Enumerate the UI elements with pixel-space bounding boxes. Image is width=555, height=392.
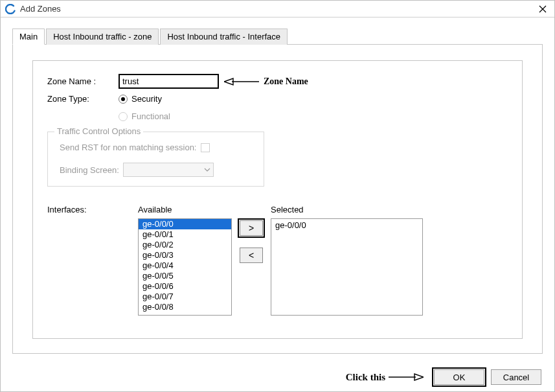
- click-this-annotation: Click this: [346, 372, 385, 383]
- move-right-button[interactable]: >: [240, 220, 263, 236]
- svg-marker-3: [414, 374, 424, 380]
- zone-type-row: Zone Type: Security Functional: [47, 94, 508, 121]
- list-item[interactable]: ge-0/0/7: [139, 292, 231, 302]
- selected-listbox[interactable]: ge-0/0/0: [271, 218, 423, 316]
- app-icon: [5, 3, 16, 15]
- list-item[interactable]: ge-0/0/4: [139, 260, 231, 271]
- list-item[interactable]: ge-0/0/0: [275, 220, 418, 230]
- window-title: Add Zones: [20, 4, 535, 14]
- move-buttons: > <: [232, 220, 271, 275]
- available-header: Available: [138, 205, 232, 214]
- inner-panel: Zone Name : Zone Name Zone Type:: [32, 60, 523, 339]
- list-item[interactable]: ge-0/0/5: [139, 271, 231, 281]
- zone-type-label: Zone Type:: [47, 94, 119, 104]
- tabpage-main: Zone Name : Zone Name Zone Type:: [12, 45, 543, 354]
- titlebar: Add Zones: [1, 1, 554, 17]
- available-column: Available ge-0/0/0ge-0/0/1ge-0/0/2ge-0/0…: [138, 205, 232, 316]
- traffic-control-title: Traffic Control Options: [54, 126, 143, 136]
- zone-name-input[interactable]: [119, 74, 219, 89]
- zone-name-annotation: Zone Name: [264, 76, 308, 87]
- zone-name-row: Zone Name : Zone Name: [47, 74, 508, 89]
- arrow-right-icon: [388, 372, 424, 382]
- interfaces-label: Interfaces:: [47, 205, 138, 214]
- radio-security-label: Security: [131, 94, 162, 104]
- available-listbox[interactable]: ge-0/0/0ge-0/0/1ge-0/0/2ge-0/0/3ge-0/0/4…: [138, 218, 232, 316]
- traffic-control-group: Traffic Control Options Send RST for non…: [47, 132, 264, 187]
- radio-security-wrap[interactable]: Security: [119, 94, 170, 104]
- ok-button[interactable]: OK: [434, 369, 484, 385]
- dialog-window: Add Zones Main Host Inbound traffic - zo…: [0, 0, 555, 392]
- arrow-left-icon: [224, 76, 260, 87]
- radio-security[interactable]: [119, 95, 128, 104]
- zone-name-label: Zone Name :: [47, 76, 119, 86]
- zone-type-options: Security Functional: [119, 94, 170, 121]
- tab-host-inbound-interface[interactable]: Host Inbound traffic - Interface: [160, 29, 288, 45]
- list-item[interactable]: ge-0/0/1: [139, 229, 231, 240]
- selected-column: Selected ge-0/0/0: [271, 205, 423, 316]
- list-item[interactable]: ge-0/0/3: [139, 250, 231, 260]
- list-item[interactable]: ge-0/0/2: [139, 240, 231, 250]
- cancel-button[interactable]: Cancel: [491, 369, 541, 385]
- tab-main[interactable]: Main: [12, 29, 45, 45]
- binding-screen-combo[interactable]: [123, 163, 214, 177]
- dialog-buttons: Click this OK Cancel: [346, 369, 541, 385]
- radio-functional[interactable]: [119, 112, 128, 121]
- send-rst-label: Send RST for non matching session:: [60, 143, 197, 152]
- tabstrip: Main Host Inbound traffic - zone Host In…: [12, 28, 543, 45]
- interfaces-section: Interfaces: Available ge-0/0/0ge-0/0/1ge…: [47, 205, 508, 316]
- chevron-down-icon: [204, 167, 210, 173]
- send-rst-checkbox[interactable]: [201, 143, 210, 152]
- client-area: Main Host Inbound traffic - zone Host In…: [1, 17, 554, 391]
- list-item[interactable]: ge-0/0/8: [139, 302, 231, 312]
- radio-functional-wrap[interactable]: Functional: [119, 111, 170, 121]
- binding-screen-label: Binding Screen:: [60, 165, 119, 175]
- move-left-button[interactable]: <: [240, 248, 263, 263]
- close-icon[interactable]: [535, 3, 550, 16]
- selected-header: Selected: [271, 205, 423, 214]
- svg-marker-1: [224, 78, 233, 85]
- tab-host-inbound-zone[interactable]: Host Inbound traffic - zone: [46, 29, 159, 45]
- radio-functional-label: Functional: [131, 111, 170, 121]
- list-item[interactable]: ge-0/0/6: [139, 281, 231, 292]
- list-item[interactable]: ge-0/0/0: [139, 219, 231, 229]
